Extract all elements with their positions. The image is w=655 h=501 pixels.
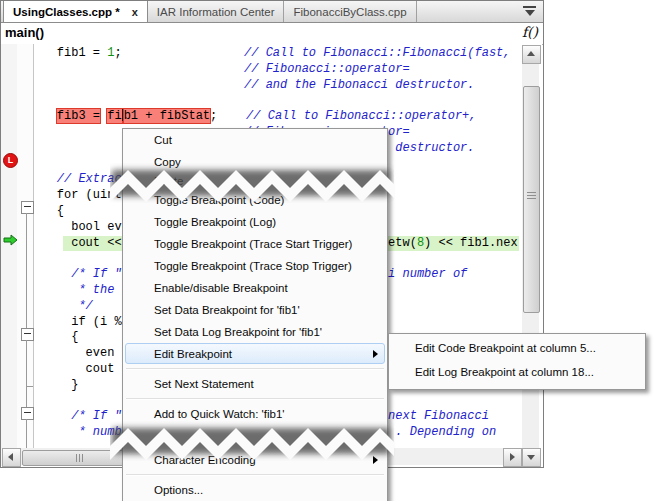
fold-collapse-box[interactable]	[21, 407, 34, 420]
editor-tab-bar: UsingClasses.cpp * x IAR Information Cen…	[1, 1, 543, 23]
thumb-grip	[527, 195, 536, 196]
menu-item-label: Set Data Breakpoint for 'fib1'	[154, 304, 300, 316]
comment-segment: // Extrac	[57, 172, 122, 186]
tab-label: IAR Information Center	[157, 6, 275, 18]
menu-item-label: Set Data Log Breakpoint for 'fib1'	[154, 326, 322, 338]
code-line	[1, 93, 522, 109]
comment-segment: i number of	[388, 267, 467, 281]
submenu-arrow-icon	[373, 456, 378, 464]
menu-item-cut[interactable]: Cut	[123, 129, 387, 151]
code-segment: }	[28, 378, 78, 392]
tab-iar-information-center[interactable]: IAR Information Center	[148, 1, 285, 22]
code-segment: {	[28, 330, 78, 344]
comment-segment: // Call to Fibonacci::Fibonacci(fast,	[244, 46, 510, 60]
menu-item-paste[interactable]: Paste	[123, 173, 387, 189]
menu-item-label: Toggle Breakpoint (Trace Start Trigger)	[154, 238, 352, 250]
code-segment	[28, 267, 71, 281]
tab-fibonaccibyclass[interactable]: FibonacciByClass.cpp	[284, 1, 416, 22]
menu-item-edit-breakpoint[interactable]: Edit Breakpoint	[123, 343, 387, 365]
comment-segment: // Fibonacci::operator=	[244, 62, 410, 76]
code-segment: ) << fib1.nex	[424, 236, 518, 250]
code-segment: for (uint	[28, 188, 122, 202]
fold-collapse-box[interactable]	[21, 201, 34, 214]
current-scope-label: main()	[5, 25, 44, 40]
menu-item-enable-disable-breakpoint[interactable]: Enable/disable Breakpoint	[123, 277, 387, 299]
code-segment	[28, 283, 78, 297]
tab-usingclasses[interactable]: UsingClasses.cpp * x	[3, 1, 148, 22]
tab-label: FibonacciByClass.cpp	[293, 6, 406, 18]
menu-item-toggle-breakpoint-code[interactable]: Toggle Breakpoint (Code)	[123, 189, 387, 211]
scroll-right-button[interactable]	[503, 448, 522, 467]
chevron-down-icon	[525, 10, 535, 16]
menu-item-toggle-breakpoint-log[interactable]: Toggle Breakpoint (Log)	[123, 211, 387, 233]
arrow-down-icon	[527, 455, 535, 460]
comment-segment: /* If "	[71, 409, 121, 423]
thumb-grip	[76, 454, 77, 462]
menu-item-label: Toggle Breakpoint (Code)	[154, 194, 284, 206]
thumb-grip	[79, 454, 80, 462]
menu-item-toggle-breakpoint-trace-start-trigger[interactable]: Toggle Breakpoint (Trace Start Trigger)	[123, 233, 387, 255]
code-segment	[28, 425, 78, 439]
menu-item-copy[interactable]: Copy	[123, 151, 387, 173]
code-segment: bool eve	[28, 220, 129, 234]
scroll-up-button[interactable]	[522, 45, 541, 64]
function-selector-icon[interactable]: f()	[522, 24, 538, 40]
code-line: fib1 = 1; // Call to Fibonacci::Fibonacc…	[1, 46, 522, 62]
code-segment	[217, 109, 246, 123]
tab-close-icon[interactable]: x	[132, 6, 138, 18]
fold-line	[26, 213, 27, 328]
code-segment: fib1 =	[28, 46, 107, 60]
menu-item-label: Enable/disable Breakpoint	[154, 282, 288, 294]
menu-item-set-next-statement[interactable]: Set Next Statement	[123, 373, 387, 395]
edit-breakpoint-submenu: Edit Code Breakpoint at column 5... Edit…	[388, 333, 646, 390]
menu-item-edit-code-breakpoint[interactable]: Edit Code Breakpoint at column 5...	[389, 336, 645, 360]
code-segment: even	[28, 346, 122, 360]
menu-item-add-to-quick-watch-fib1[interactable]: Add to Quick Watch: 'fib1'	[123, 403, 387, 425]
code-segment	[28, 409, 71, 423]
comment-segment: // and the Fibonacci destructor.	[244, 78, 474, 92]
breakpoint-margin[interactable]	[1, 44, 18, 466]
menu-item-label: Copy	[154, 156, 181, 168]
number-literal-segment: 8	[417, 236, 424, 250]
code-segment	[122, 46, 244, 60]
tab-list-bar	[523, 6, 536, 8]
breakpoint-highlight-segment: fib3 =	[57, 109, 100, 123]
comment-segment: * the	[78, 283, 121, 297]
arrow-left-icon	[8, 453, 13, 461]
menu-separator	[123, 365, 387, 373]
code-segment	[28, 299, 78, 313]
tab-list-dropdown-icon[interactable]	[523, 6, 536, 17]
menu-item-label: Character Encoding	[154, 454, 256, 466]
menu-separator	[123, 471, 387, 479]
fold-collapse-box[interactable]	[21, 328, 34, 341]
menu-item-label: Edit Breakpoint	[154, 348, 232, 360]
code-segment	[28, 78, 244, 92]
vertical-scrollbar-thumb[interactable]	[523, 86, 540, 313]
editor-context-menu: CutCopyPasteToggle Breakpoint (Code)Togg…	[122, 128, 388, 501]
scroll-down-button[interactable]	[522, 448, 541, 467]
scroll-left-button[interactable]	[2, 448, 21, 467]
fold-line	[26, 419, 27, 448]
breakpoint-highlight-segment: b1 + fibStat	[124, 109, 210, 123]
log-breakpoint-badge[interactable]: L	[3, 153, 18, 168]
code-segment: ;	[114, 46, 121, 60]
breakpoint-highlight-segment: fi	[107, 109, 121, 123]
fold-line	[26, 340, 27, 386]
menu-item-set-data-breakpoint-for-fib1[interactable]: Set Data Breakpoint for 'fib1'	[123, 299, 387, 321]
submenu-arrow-icon	[373, 350, 378, 358]
fold-end-tick	[26, 386, 33, 387]
menu-item-set-data-log-breakpoint-for-fib1[interactable]: Set Data Log Breakpoint for 'fib1'	[123, 321, 387, 343]
menu-item-label: Add to Quick Watch: 'fib1'	[154, 408, 285, 420]
function-bar: main() f()	[1, 23, 543, 45]
screenshot-stage: UsingClasses.cpp * x IAR Information Cen…	[0, 0, 655, 501]
menu-item-options[interactable]: Options...	[123, 479, 387, 501]
thumb-grip	[527, 192, 536, 193]
menu-item-toggle-breakpoint-trace-stop-trigger[interactable]: Toggle Breakpoint (Trace Stop Trigger)	[123, 255, 387, 277]
menu-item-character-encoding[interactable]: Character Encoding	[123, 449, 387, 471]
comment-segment: * numb	[78, 425, 121, 439]
comment-segment: // Call to Fibonacci::operator+,	[246, 109, 476, 123]
menu-item-edit-log-breakpoint[interactable]: Edit Log Breakpoint at column 18...	[389, 360, 645, 384]
menu-item-label: Paste	[154, 175, 183, 187]
menu-item-label: Toggle Breakpoint (Trace Stop Trigger)	[154, 260, 352, 272]
menu-item-label: Set Next Statement	[154, 378, 254, 390]
